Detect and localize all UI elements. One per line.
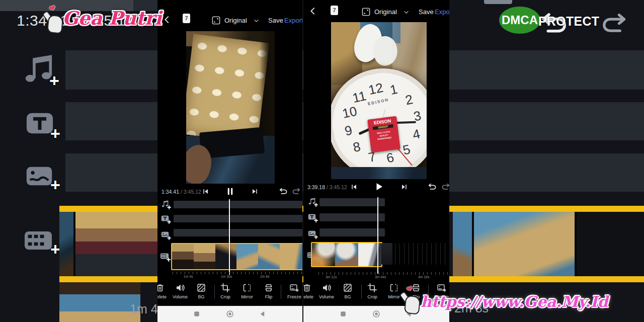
pause-icon[interactable] [225, 186, 235, 197]
seven-day-badge[interactable]: 7 [331, 6, 338, 15]
back-icon[interactable] [163, 14, 172, 25]
undo-icon[interactable] [427, 183, 437, 191]
background-fill-icon [343, 283, 353, 293]
sticker-track-row[interactable] [174, 229, 302, 236]
music-track-row[interactable] [174, 201, 302, 208]
clip-thumbnail[interactable] [59, 276, 140, 322]
add-video-clip-button[interactable]: + [21, 225, 65, 259]
clip-thumbnail[interactable] [474, 212, 575, 276]
toolbar-mirror-button[interactable]: Mirror [237, 283, 257, 299]
home-icon[interactable] [225, 309, 234, 318]
toolbar-freeze-button[interactable]: Freeze [284, 283, 302, 299]
unselected-clip[interactable] [381, 243, 392, 265]
redo-icon[interactable] [598, 14, 631, 35]
price-tag: EDISON SWEEP WALL CLOCK QUALITY GUARANTE… [367, 116, 400, 153]
plus-icon: + [167, 234, 171, 242]
chevron-down-icon[interactable] [403, 9, 410, 16]
music-track-row[interactable] [319, 198, 385, 206]
chevron-down-icon[interactable] [253, 18, 260, 24]
clock-numeral: 8 [348, 138, 365, 155]
save-button[interactable]: Save [419, 8, 434, 16]
aspect-ratio-selector[interactable]: Original [224, 17, 247, 24]
video-preview[interactable]: EDISON 121234567891011 EDISON SWEEP WALL… [331, 22, 427, 179]
next-frame-icon[interactable] [400, 183, 408, 191]
add-sticker-track-button[interactable]: + [161, 230, 173, 240]
home-icon[interactable] [372, 309, 381, 318]
toolbar-volume-button[interactable]: Volume [170, 283, 190, 299]
playhead[interactable] [377, 197, 378, 274]
add-sticker-track-button[interactable]: + [308, 229, 320, 239]
selected-video-clip[interactable] [311, 242, 382, 267]
playhead[interactable] [229, 199, 230, 275]
plus-icon: + [167, 256, 171, 263]
foam-tray [186, 34, 270, 143]
recents-icon[interactable] [339, 310, 347, 318]
aspect-ratio-selector[interactable]: Original [374, 8, 397, 16]
clock-numeral: 2 [400, 91, 418, 109]
undo-icon[interactable] [278, 188, 288, 195]
screenshot-root: 1:34.41 / 3:45.12 + + + + [0, 0, 644, 322]
background-fill-icon [196, 283, 206, 293]
selected-video-clip[interactable] [171, 243, 302, 270]
export-button[interactable]: Export [284, 17, 302, 24]
add-music-track-button[interactable]: + [22, 52, 64, 88]
resize-frame-icon[interactable] [361, 7, 371, 17]
toolbar-label: Delete [157, 294, 170, 299]
toolbar-delete-button[interactable]: Delete [303, 283, 317, 299]
video-preview[interactable] [186, 31, 275, 184]
plus-icon: + [314, 201, 318, 208]
clip-frame [258, 244, 280, 269]
add-sticker-track-button[interactable]: + [23, 162, 65, 192]
text-track-row[interactable] [174, 215, 302, 222]
toolbar-divider [361, 285, 362, 299]
toolbar-bg-button[interactable]: BG [338, 283, 358, 299]
background-top-tab [484, 0, 512, 4]
toolbar-crop-button[interactable]: Crop [215, 283, 235, 299]
playback-time: 1:34.41 / 3:45.12 [162, 189, 201, 195]
add-text-track-button[interactable]: + [308, 213, 320, 223]
clip-thumbnail[interactable] [75, 212, 161, 276]
clip-frame [236, 244, 258, 269]
ruler-label: 1m 4s [184, 275, 193, 279]
clock-numeral: 10 [341, 104, 358, 121]
plus-icon: + [49, 72, 59, 89]
add-music-track-button[interactable]: + [308, 197, 320, 207]
toolbar-flip-button[interactable]: Flip [259, 283, 279, 299]
redo-icon[interactable] [441, 183, 449, 191]
previous-frame-icon[interactable] [202, 188, 209, 195]
clock-numeral: 6 [382, 149, 399, 167]
clock-numeral: 9 [340, 122, 357, 139]
clip-thumbnail[interactable] [59, 212, 73, 276]
resize-frame-icon[interactable] [211, 16, 221, 25]
plus-icon: + [167, 218, 171, 225]
add-text-track-button[interactable]: + [161, 214, 173, 224]
toolbar-crop-button[interactable]: Crop [362, 283, 382, 299]
toolbar-bg-button[interactable]: BG [191, 283, 211, 299]
toolbar-divider [214, 285, 215, 299]
export-button[interactable]: Export [435, 8, 449, 16]
recents-icon[interactable] [193, 310, 201, 318]
play-icon[interactable] [374, 181, 384, 192]
clip-frame [194, 244, 215, 269]
clip-thumbnail[interactable] [453, 212, 472, 276]
add-music-track-button[interactable]: + [161, 200, 173, 210]
previous-frame-icon[interactable] [350, 183, 358, 191]
seven-day-badge[interactable]: 7 [183, 14, 190, 23]
back-icon[interactable] [308, 6, 317, 17]
text-track-row[interactable] [319, 213, 385, 221]
redo-icon[interactable] [291, 188, 301, 195]
toolbar-delete-button[interactable]: Delete [157, 283, 170, 299]
toolbar-volume-button[interactable]: Volume [316, 283, 337, 299]
sticker-track-row[interactable] [319, 228, 385, 236]
back-nav-icon[interactable] [259, 310, 267, 318]
hand-palm [47, 15, 64, 34]
clip-thumbnail[interactable] [575, 212, 577, 276]
save-button[interactable]: Save [268, 17, 283, 24]
toolbar-label: Mirror [237, 294, 257, 299]
add-text-track-button[interactable]: + [24, 109, 66, 142]
plus-icon: + [50, 125, 60, 142]
url-watermark: https://www.Gea.My.Id [421, 293, 608, 310]
timeline-empty-frames [395, 243, 448, 265]
mirror-icon [242, 283, 252, 293]
next-frame-icon[interactable] [251, 188, 259, 195]
